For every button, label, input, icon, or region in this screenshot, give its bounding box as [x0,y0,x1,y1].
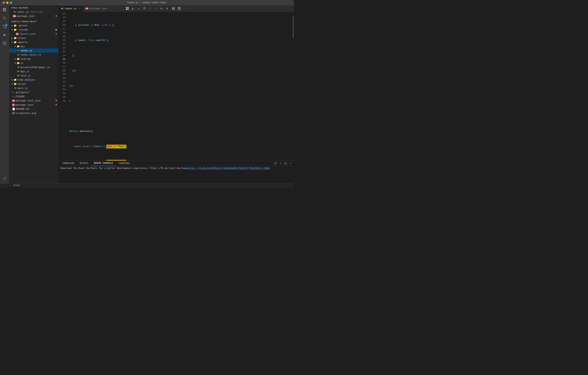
package-json-root-item[interactable]: {} package.json M [9,103,58,107]
main-js-icon: JS [14,87,17,89]
package-json-root-icon: {} [12,104,15,106]
panel-close-btn[interactable]: × [288,161,293,165]
code-line-18: } [69,99,293,103]
explorer-activity-icon[interactable] [1,6,8,14]
open-editor-tasks-detail: imports/api [30,11,43,13]
console-output-text: Download the React DevTools for a better… [61,167,185,169]
console-link[interactable]: modules.js?hash=fa2485915e7c520400a489e7… [185,167,270,169]
panel-actions: ∧ × [273,161,294,165]
panel-tab-output[interactable]: OUTPUT [77,161,91,166]
main-js-label: main.js [17,87,28,90]
open-editor-package-json[interactable]: {} package.json M [9,14,58,18]
ln-24: 24 [58,54,65,57]
license-icon: ⚠ [12,95,14,98]
editor-scrollbar[interactable] [293,12,294,161]
more-actions-icon[interactable]: ··· [182,6,187,11]
svg-point-20 [4,178,5,179]
client-folder[interactable]: ▶ 📁 client [9,36,58,40]
debug-toolbar: ▶ ↺ ↓ ↑ ⟳ ■ [125,5,171,12]
readme-item[interactable]: 📄 README.md [9,107,58,111]
svg-rect-33 [274,164,276,165]
panel-chevron-up-btn[interactable]: ∧ [278,161,283,165]
gitignore-icon: ❋ [12,91,14,94]
api-folder[interactable]: ▼ 📁 api [9,44,58,49]
svg-rect-24 [127,9,129,10]
close-button[interactable] [3,1,5,4]
ln-30: 30 [58,77,65,80]
accounts-ui-wrapper-item[interactable]: JS AccountsUIWrapper.js [9,65,58,69]
source-control-activity-icon[interactable]: 3 [1,23,8,30]
tasks-js-icon: JS [17,49,20,52]
open-editor-tasks-label: tasks.js [17,11,29,13]
search-activity-icon[interactable] [1,14,8,22]
hot-restart-btn[interactable]: ⟳ [159,6,164,11]
task-js-item[interactable]: JS Task.js [9,74,58,78]
tab-tasks-js[interactable]: JS tasks.js × [58,5,83,12]
screenshot-item[interactable]: 🖼 screenshot.png [9,111,58,115]
stop-btn[interactable]: ■ [165,6,169,11]
startup-folder-icon: 📁 [17,57,20,60]
license-label: LICENSE [14,95,25,98]
open-editor-tasks-js[interactable]: JS tasks.js imports/api [9,10,58,14]
code-content[interactable]: { private: { $ne: true } }, { owner: thi… [68,12,293,161]
meteor-label: .meteor [17,24,28,27]
launch-json-item[interactable]: {} launch.json U [9,32,58,36]
step-out-btn[interactable]: ↑ [153,6,158,11]
play-btn[interactable]: ▶ [131,6,136,11]
api-label: api [21,45,25,48]
open-editors-title: OPEN EDITORS [9,5,58,10]
mongo-toggle[interactable]: › MONGO [0,184,20,187]
panel-tab-debug-console[interactable]: DEBUG CONSOLE [91,161,116,166]
js-file-icon: JS [13,11,16,13]
tab-tasks-js-close[interactable]: × [78,7,81,10]
svg-rect-1 [3,8,4,11]
maximize-button[interactable] [10,1,12,4]
minimize-button[interactable] [6,1,9,4]
api-arrow: ▼ [14,45,17,48]
imports-folder-icon: 📁 [14,41,17,44]
ui-arrow: ▼ [14,62,17,65]
ui-folder[interactable]: ▼ 📁 ui [9,61,58,65]
panel-maximize-btn[interactable] [284,161,288,165]
ln-18: 18 [58,31,65,35]
mongo-arrow: › [10,184,11,187]
package-lock-label: package-lock.json [16,99,41,102]
panel-clear-btn[interactable] [273,161,278,165]
split-editor-icon[interactable] [171,6,176,11]
gitignore-item[interactable]: ❋ .gitignore [9,90,58,94]
extensions-activity-icon[interactable] [1,39,8,47]
imports-folder[interactable]: ▼ 📁 imports [9,40,58,44]
settings-activity-icon[interactable] [1,175,8,182]
tasks-js-label: tasks.js [21,49,32,52]
meteor-folder[interactable]: ▶ 📁 .meteor [9,23,58,28]
tasks-js-item[interactable]: JS tasks.js [9,49,58,53]
node-modules-folder[interactable]: ▶ 📁 node_modules [9,78,58,82]
step-into-btn[interactable]: ↓ [147,6,152,11]
tab-package-json[interactable]: {} package.json [83,5,109,12]
code-line-19 [69,114,293,118]
bottom-bar: › MONGO [0,183,294,188]
main-js-item[interactable]: JS main.js [9,86,58,90]
vscode-folder[interactable]: ▼ 📁 .vscode [9,28,58,32]
svg-rect-31 [274,163,277,163]
svg-rect-16 [3,42,4,43]
startup-folder[interactable]: ▶ 📁 startup [9,57,58,61]
ln-23: 23 [58,50,65,54]
step-over-btn[interactable] [142,6,147,11]
task-js-icon: JS [17,75,20,77]
tab-tasks-js-label: tasks.js [65,7,76,10]
panel-tab-problems[interactable]: PROBLEMS [60,161,77,166]
panel-tab-terminal[interactable]: TERMINAL [116,161,133,166]
debug-grid-btn[interactable] [125,6,130,11]
restart-btn[interactable]: ↺ [136,6,141,11]
package-lock-item[interactable]: {} package-lock.json M [9,99,58,103]
code-line-20: Meteor.methods({ [69,130,293,133]
tasks-tests-js-item[interactable]: JS tasks.tests.js [9,53,58,57]
vscode-label: .vscode [17,28,28,31]
run-activity-icon[interactable] [1,31,8,39]
svg-rect-30 [274,162,277,163]
server-folder[interactable]: ▼ 📁 server [9,82,58,86]
layout-icon[interactable] [177,6,182,11]
license-item[interactable]: ⚠ LICENSE [9,94,58,99]
app-js-item[interactable]: JS App.js [9,69,58,74]
